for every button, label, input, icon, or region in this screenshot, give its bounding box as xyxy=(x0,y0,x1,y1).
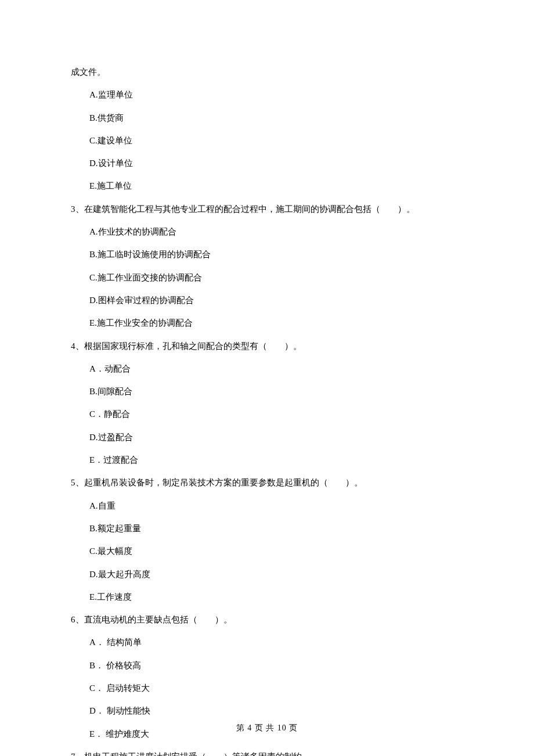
question-text: 直流电动机的主要缺点包括（ ）。 xyxy=(84,615,232,624)
option-text: E.工作速度 xyxy=(71,590,471,604)
question-text: 起重机吊装设备时，制定吊装技术方案的重要参数是起重机的（ ）。 xyxy=(84,478,363,487)
question-stem: 7、机电工程施工进度计划安排受（ ）等诸多因素的制约。 xyxy=(71,750,471,756)
question-number: 5、 xyxy=(71,478,84,487)
option-text: E.施工单位 xyxy=(71,179,471,193)
option-text: B.额定起重量 xyxy=(71,521,471,535)
question-number: 6、 xyxy=(71,615,84,624)
question-stem: 3、在建筑智能化工程与其他专业工程的配合过程中，施工期间的协调配合包括（ ）。 xyxy=(71,202,471,216)
content-area: 成文件。 A.监理单位 B.供货商 C.建设单位 D.设计单位 E.施工单位 3… xyxy=(71,65,471,756)
option-text: A.自重 xyxy=(71,499,471,513)
option-text: E.施工作业安全的协调配合 xyxy=(71,316,471,330)
question-number: 4、 xyxy=(71,341,84,351)
option-text: D.过盈配合 xyxy=(71,430,471,444)
option-text: C.施工作业面交接的协调配合 xyxy=(71,271,471,285)
option-text: A.作业技术的协调配合 xyxy=(71,225,471,239)
question-number: 3、 xyxy=(71,204,84,214)
option-text: D． 制动性能快 xyxy=(71,704,471,718)
question-text: 在建筑智能化工程与其他专业工程的配合过程中，施工期间的协调配合包括（ ）。 xyxy=(84,204,415,214)
option-text: A．动配合 xyxy=(71,362,471,376)
question-stem: 4、根据国家现行标准，孔和轴之间配合的类型有（ ）。 xyxy=(71,339,471,353)
option-text: D.设计单位 xyxy=(71,156,471,170)
question-text: 根据国家现行标准，孔和轴之间配合的类型有（ ）。 xyxy=(84,341,302,351)
option-text: B.施工临时设施使用的协调配合 xyxy=(71,247,471,261)
option-text: C.建设单位 xyxy=(71,134,471,147)
question-text: 机电工程施工进度计划安排受（ ）等诸多因素的制约。 xyxy=(84,752,311,756)
question-number: 7、 xyxy=(71,752,84,756)
option-text: D.图样会审过程的协调配合 xyxy=(71,293,471,307)
option-text: A.监理单位 xyxy=(71,88,471,102)
fragment-continuation: 成文件。 xyxy=(71,65,471,79)
option-text: B.间隙配合 xyxy=(71,384,471,398)
option-text: B． 价格较高 xyxy=(71,658,471,672)
page-footer: 第 4 页 共 10 页 xyxy=(0,722,534,735)
option-text: A． 结构简单 xyxy=(71,635,471,649)
option-text: C． 启动转矩大 xyxy=(71,681,471,695)
page: 成文件。 A.监理单位 B.供货商 C.建设单位 D.设计单位 E.施工单位 3… xyxy=(0,0,534,756)
option-text: B.供货商 xyxy=(71,111,471,125)
option-text: C.最大幅度 xyxy=(71,544,471,558)
option-text: D.最大起升高度 xyxy=(71,567,471,581)
option-text: C．静配合 xyxy=(71,407,471,421)
question-stem: 5、起重机吊装设备时，制定吊装技术方案的重要参数是起重机的（ ）。 xyxy=(71,476,471,489)
option-text: E．过渡配合 xyxy=(71,453,471,467)
question-stem: 6、直流电动机的主要缺点包括（ ）。 xyxy=(71,613,471,627)
